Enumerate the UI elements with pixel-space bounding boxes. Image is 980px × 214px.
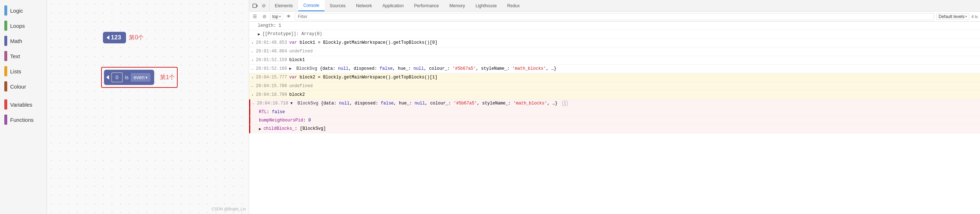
devtools-tabbar: ⊘ Elements Console Sources Network Appli… <box>249 0 980 11</box>
sidebar-label-text: Text <box>10 53 20 59</box>
input-arrow-3: › <box>251 74 254 81</box>
devtools-panel: ⊘ Elements Console Sources Network Appli… <box>249 0 980 214</box>
default-levels-label: Default levels <box>939 14 964 19</box>
block-2-label: 第1个 <box>160 74 175 81</box>
block-even-dropdown[interactable]: even <box>131 73 151 82</box>
console-line-blocksvg1[interactable]: ← 20:01:52.166 ▶ BlockSvg {data: null, d… <box>249 65 980 73</box>
math-color <box>4 36 7 46</box>
filter-input[interactable] <box>295 13 934 20</box>
sidebar-toggle-icon[interactable]: ☰ <box>251 13 259 20</box>
tab-elements[interactable]: Elements <box>270 0 298 11</box>
devtools-icons-left: ⊘ <box>249 0 270 11</box>
sidebar-item-variables[interactable]: Variables <box>0 97 46 112</box>
logic-color <box>4 5 7 16</box>
text-color <box>4 51 7 61</box>
output-arrow-1: ← <box>251 48 254 55</box>
console-output[interactable]: length: 1 ▶ [[Prototype]]: Array(0) › 20… <box>249 22 980 214</box>
issues-count: 4 Is <box>971 14 978 19</box>
blockly-canvas: 123 第0个 0 is even 第1个 CSDN @Bright_Lin <box>47 0 249 214</box>
console-line-undefined2: ← 20:04:15.786 undefined <box>249 82 980 91</box>
console-line-rtl: RTL: false <box>249 108 980 117</box>
block-iseven[interactable]: 0 is even <box>104 70 154 85</box>
input-arrow-2: › <box>251 57 254 64</box>
colour-color <box>4 81 7 91</box>
console-toolbar: ☰ ⊘ top 👁 Default levels 4 Is <box>249 11 980 22</box>
console-line-child[interactable]: ▶ childBlocks_: [BlockSvg] <box>249 125 980 133</box>
block-zero-value: 0 <box>116 75 118 80</box>
sidebar-label-loops: Loops <box>10 23 25 29</box>
loops-color <box>4 21 7 31</box>
console-line-proto[interactable]: ▶ [[Prototype]]: Array(0) <box>249 30 980 39</box>
block-iseven-container: 0 is even 第1个 <box>101 67 178 88</box>
sidebar-item-loops[interactable]: Loops <box>0 18 46 33</box>
top-label: top <box>272 14 278 19</box>
clear-console-icon[interactable]: ⊘ <box>261 13 268 20</box>
console-line-blocksvg2-expanded[interactable]: ← 20:04:18.718 ▼ BlockSvg {data: null, d… <box>249 99 980 108</box>
devtools-ban-icon[interactable]: ⊘ <box>260 2 267 10</box>
console-line-input1: › 20:01:48.853 var block1 = Blockly.getM… <box>249 39 980 47</box>
block-is-text: is <box>125 75 129 80</box>
sidebar-label-lists: Lists <box>10 68 21 75</box>
sidebar-item-math[interactable]: Math <box>0 33 46 48</box>
tab-console[interactable]: Console <box>298 0 325 11</box>
tab-application[interactable]: Application <box>377 0 409 11</box>
console-line-undefined1: ← 20:01:48.864 undefined <box>249 47 980 56</box>
tab-sources[interactable]: Sources <box>325 0 351 11</box>
sidebar-item-lists[interactable]: Lists <box>0 64 46 79</box>
output-arrow-4: ← <box>252 100 255 107</box>
block-123-container: 123 第0个 <box>103 32 144 43</box>
svg-rect-0 <box>253 4 256 8</box>
sidebar-label-variables: Variables <box>10 102 32 108</box>
tab-performance[interactable]: Performance <box>409 0 444 11</box>
block-123-value: 123 <box>111 34 121 41</box>
input-arrow-4: › <box>251 91 254 98</box>
console-line-bump: bumpNeighboursPid: 0 <box>249 117 980 125</box>
tab-lighthouse[interactable]: Lighthouse <box>471 0 502 11</box>
sidebar-label-colour: Colour <box>10 83 26 89</box>
console-line-block1: › 20:01:52.159 block1 <box>249 56 980 65</box>
child-expand-arrow[interactable]: ▶ <box>259 125 261 132</box>
console-line-length: length: 1 <box>249 22 980 30</box>
tab-network[interactable]: Network <box>351 0 377 11</box>
console-line-block2: › 20:04:18.709 block2 <box>249 91 980 99</box>
tab-redux[interactable]: Redux <box>502 0 525 11</box>
sidebar-item-functions[interactable]: Functions <box>0 112 46 127</box>
console-line-input2: › 20:04:15.777 var block2 = Blockly.getM… <box>249 73 980 82</box>
eye-icon[interactable]: 👁 <box>285 13 293 20</box>
lists-color <box>4 66 7 76</box>
watermark: CSDN @Bright_Lin <box>212 207 246 211</box>
svg-rect-1 <box>257 5 258 7</box>
sidebar-label-math: Math <box>10 38 22 44</box>
context-selector[interactable]: top <box>270 13 283 20</box>
output-arrow-2: ← <box>251 65 254 72</box>
functions-color <box>4 115 7 125</box>
block-123-label: 第0个 <box>129 34 144 42</box>
output-arrow-3: ← <box>251 83 254 89</box>
block-123[interactable]: 123 <box>103 32 126 43</box>
input-arrow-1: › <box>251 39 254 46</box>
devtools-toggle-icon[interactable] <box>251 2 259 10</box>
expand-arrow[interactable]: ▶ <box>258 31 260 38</box>
sidebar-label-functions: Functions <box>10 117 33 123</box>
tab-memory[interactable]: Memory <box>444 0 471 11</box>
sidebar-item-logic[interactable]: Logic <box>0 3 46 18</box>
block-zero[interactable]: 0 <box>111 72 123 82</box>
variables-color <box>4 99 7 110</box>
block-even-value: even <box>134 75 145 80</box>
sidebar: Logic Loops Math Text Lists Colour Varia… <box>0 0 47 214</box>
sidebar-label-logic: Logic <box>10 8 23 14</box>
sidebar-item-colour[interactable]: Colour <box>0 79 46 94</box>
sidebar-item-text[interactable]: Text <box>0 48 46 64</box>
log-levels-dropdown[interactable]: Default levels <box>936 13 969 20</box>
